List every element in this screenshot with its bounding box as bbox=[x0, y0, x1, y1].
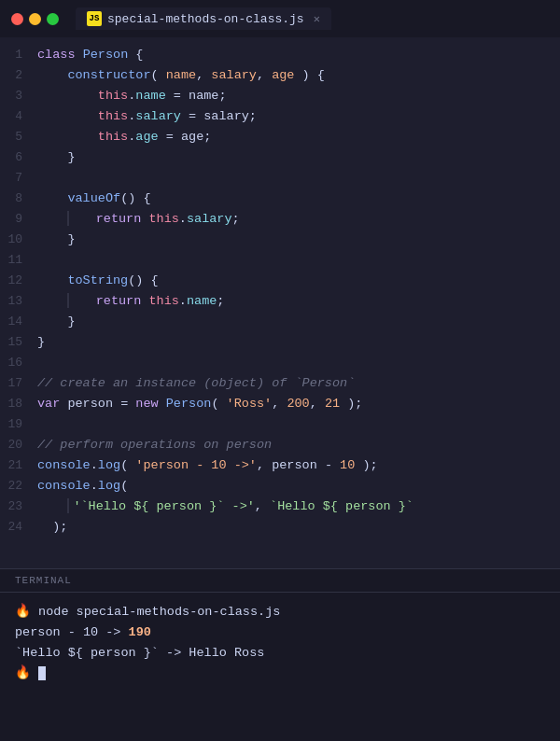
code-line: 4 this.salary = salary; bbox=[0, 106, 560, 127]
token-plain bbox=[37, 89, 98, 103]
line-number: 12 bbox=[0, 271, 37, 291]
token-method: valueOf bbox=[67, 191, 120, 205]
terminal-prompt: 🔥 bbox=[15, 666, 38, 680]
token-console-obj: console bbox=[37, 458, 91, 472]
token-plain bbox=[73, 294, 95, 308]
token-comment: // perform operations on person bbox=[37, 438, 272, 452]
code-line: 19 bbox=[0, 414, 560, 435]
line-content: // perform operations on person bbox=[37, 435, 560, 455]
terminal-line: 🔥 bbox=[15, 664, 545, 684]
line-content: return this.name; bbox=[37, 291, 560, 312]
code-line: 1class Person { bbox=[0, 45, 560, 65]
code-line: 10 } bbox=[0, 230, 560, 250]
line-number: 2 bbox=[0, 65, 37, 86]
token-plain: , bbox=[196, 68, 211, 82]
token-prop: name bbox=[187, 294, 217, 308]
token-console-obj: console bbox=[37, 479, 91, 493]
token-plain: . bbox=[91, 479, 98, 493]
code-line: 8 valueOf() { bbox=[0, 189, 560, 209]
token-var-name: age bbox=[181, 130, 203, 144]
token-plain: () { bbox=[120, 191, 150, 205]
token-kw: var bbox=[37, 397, 60, 411]
token-plain: ( bbox=[120, 479, 128, 493]
line-number: 6 bbox=[0, 147, 37, 168]
token-this-kw: this bbox=[148, 212, 178, 226]
tab-filename: special-methods-on-class.js bbox=[107, 12, 304, 26]
line-content: } bbox=[37, 332, 560, 353]
tab-close-icon[interactable]: ✕ bbox=[314, 12, 320, 26]
terminal-line: `Hello ${ person }` -> Hello Ross bbox=[15, 643, 545, 664]
code-line: 24 ); bbox=[0, 517, 560, 538]
token-plain: . bbox=[91, 458, 98, 472]
line-number: 14 bbox=[0, 312, 37, 332]
token-prop: salary bbox=[135, 109, 181, 123]
token-plain: ); bbox=[37, 520, 67, 534]
line-number: 21 bbox=[0, 455, 37, 476]
token-plain: = bbox=[181, 109, 203, 123]
line-number: 9 bbox=[0, 209, 37, 230]
terminal-line: person - 10 -> 190 bbox=[15, 622, 545, 643]
token-plain bbox=[37, 273, 67, 287]
code-line: 13 return this.name; bbox=[0, 291, 560, 312]
token-plain: { bbox=[128, 48, 143, 62]
line-number: 22 bbox=[0, 476, 37, 496]
line-number: 7 bbox=[0, 168, 37, 189]
code-line: 18var person = new Person( 'Ross', 200, … bbox=[0, 394, 560, 414]
token-this-kw: this bbox=[98, 89, 128, 103]
file-tab[interactable]: JS special-methods-on-class.js ✕ bbox=[76, 7, 331, 30]
gutter-marker bbox=[67, 498, 69, 513]
token-plain: . bbox=[179, 212, 187, 226]
code-line: 5 this.age = age; bbox=[0, 127, 560, 147]
token-fn: Person bbox=[83, 48, 129, 62]
token-this-kw: this bbox=[148, 294, 178, 308]
token-prop: age bbox=[135, 130, 158, 144]
token-plain: ; bbox=[217, 294, 224, 308]
token-plain: - bbox=[317, 458, 340, 472]
token-plain: ); bbox=[340, 397, 362, 411]
token-this-kw: this bbox=[98, 109, 128, 123]
token-plain: = bbox=[166, 89, 189, 103]
line-content: valueOf() { bbox=[37, 189, 560, 209]
minimize-button[interactable] bbox=[29, 13, 41, 25]
code-line: 22console.log( bbox=[0, 476, 560, 496]
line-number: 16 bbox=[0, 353, 37, 373]
maximize-button[interactable] bbox=[47, 13, 59, 25]
code-line: 6 } bbox=[0, 147, 560, 168]
js-icon: JS bbox=[87, 11, 102, 26]
token-plain bbox=[37, 191, 67, 205]
token-plain: ) { bbox=[294, 68, 324, 82]
token-plain bbox=[73, 212, 95, 226]
token-plain bbox=[37, 130, 98, 144]
token-plain bbox=[37, 294, 67, 308]
line-number: 24 bbox=[0, 517, 37, 538]
code-line: 12 toString() { bbox=[0, 271, 560, 291]
token-plain bbox=[37, 68, 67, 82]
token-plain: ; bbox=[218, 89, 226, 103]
close-button[interactable] bbox=[11, 13, 23, 25]
terminal-header: TERMINAL bbox=[0, 569, 560, 593]
token-plain: = bbox=[113, 397, 135, 411]
token-plain: , bbox=[255, 499, 270, 513]
token-param: name bbox=[166, 68, 196, 82]
token-prop: name bbox=[135, 89, 165, 103]
line-number: 3 bbox=[0, 86, 37, 106]
terminal-line: 🔥 node special-methods-on-class.js bbox=[15, 602, 545, 622]
token-tpl: '`Hello ${ person }` ->' bbox=[73, 499, 254, 513]
code-line: 23 '`Hello ${ person }` ->', `Hello ${ p… bbox=[0, 496, 560, 517]
terminal-body: 🔥 node special-methods-on-class.jsperson… bbox=[0, 593, 560, 693]
line-number: 4 bbox=[0, 106, 37, 127]
token-str-orange: 'Ross' bbox=[227, 397, 273, 411]
token-var-name: person bbox=[67, 397, 113, 411]
traffic-lights bbox=[11, 13, 59, 25]
line-number: 5 bbox=[0, 127, 37, 147]
line-number: 17 bbox=[0, 373, 37, 394]
token-num: 21 bbox=[325, 397, 340, 411]
line-number: 1 bbox=[0, 45, 37, 65]
token-plain: ( bbox=[211, 397, 226, 411]
token-method: toString bbox=[67, 273, 128, 287]
line-content: ); bbox=[37, 517, 560, 538]
token-var-name: name bbox=[189, 89, 218, 103]
token-plain: ( bbox=[120, 458, 135, 472]
code-line: 16 bbox=[0, 353, 560, 373]
token-plain: ; bbox=[249, 109, 257, 123]
